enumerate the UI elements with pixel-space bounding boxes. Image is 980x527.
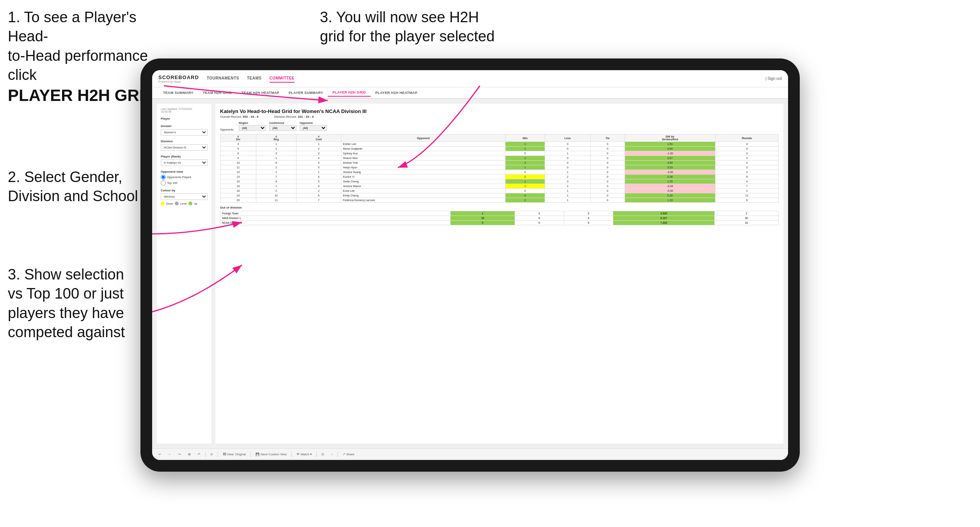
toolbar-layout[interactable]: ⊡ bbox=[319, 451, 327, 457]
cell-reg: 7 bbox=[256, 175, 296, 179]
player-rank-select[interactable]: 8. Katelyn Vo bbox=[161, 159, 208, 166]
nav-teams[interactable]: TEAMS bbox=[247, 74, 262, 83]
toolbar-view-original[interactable]: 🖼 View: Original bbox=[220, 451, 248, 457]
nav-committee[interactable]: COMMITTEE bbox=[270, 74, 295, 83]
cell-diff: 1.33 bbox=[625, 198, 715, 203]
sidebar-colour-by: Colour by Win/loss Down Level Up bbox=[161, 189, 208, 205]
subnav-player-summary[interactable]: PLAYER SUMMARY bbox=[284, 89, 328, 96]
toolbar-undo[interactable]: ↩ bbox=[156, 451, 163, 457]
cell-loss: 1 bbox=[545, 170, 590, 175]
cell-diff: 0.38 bbox=[625, 175, 715, 179]
legend-dot-level bbox=[175, 202, 179, 205]
cell-opponent: Sharon Mun bbox=[341, 156, 506, 161]
player-label: Player bbox=[161, 117, 208, 120]
toolbar-save-custom-view[interactable]: 💾 Save Custom View bbox=[253, 451, 289, 457]
cell-rounds: 9 bbox=[715, 175, 778, 179]
table-row: 11 2 5 Heejo Hyun 1 0 0 3.33 3 bbox=[220, 165, 779, 170]
toolbar-refresh[interactable]: ↶ bbox=[195, 451, 203, 457]
cell-diff: 1.50 bbox=[625, 142, 715, 147]
timestamp-line1: Last Updated: 27/03/2024 bbox=[161, 108, 208, 110]
division-record-prefix: Division Record: bbox=[274, 115, 297, 118]
filter-region-select[interactable]: (All) bbox=[239, 125, 266, 131]
radio-opponents-played-label: Opponents Played bbox=[167, 175, 191, 179]
cell-rounds: 3 bbox=[715, 147, 778, 151]
toolbar-timer[interactable]: ⊙ bbox=[208, 451, 215, 457]
filter-opponent-select[interactable]: (All) bbox=[300, 125, 327, 131]
subnav-team-summary[interactable]: TEAM SUMMARY bbox=[158, 89, 198, 96]
cell-tie: 0 bbox=[590, 142, 625, 147]
cell-opponent: Federica Domecq Lacroze bbox=[341, 198, 506, 203]
th-win: Win bbox=[506, 134, 545, 142]
toolbar-arrows[interactable]: ↕ bbox=[329, 451, 335, 457]
cell-win: 1 bbox=[506, 156, 545, 161]
cell-opponent: Jessica Mason bbox=[341, 184, 506, 189]
subnav-team-h2h-heatmap[interactable]: TEAM H2H HEATMAP bbox=[237, 89, 284, 96]
cell-loss: 0 bbox=[545, 156, 590, 161]
sidebar-opponent-view: Opponent view Opponents Played Top 100 bbox=[161, 170, 208, 186]
nav-sign-out[interactable]: | Sign out bbox=[765, 76, 782, 81]
subnav-player-h2h-heatmap[interactable]: PLAYER H2H HEATMAP bbox=[371, 89, 422, 96]
cell-conf: 3 bbox=[296, 184, 341, 189]
sidebar-player-rank-section: Player (Rank) 8. Katelyn Vo bbox=[161, 155, 208, 166]
step2-text: 2. Select Gender, Division and School bbox=[8, 169, 138, 204]
opponents-label: Opponents: bbox=[220, 128, 234, 131]
out-of-division-header: Out of division bbox=[220, 206, 779, 209]
toolbar-share[interactable]: ↗ Share bbox=[340, 451, 357, 457]
cell-reg: 6 bbox=[256, 161, 296, 165]
tablet-device: SCOREBOARD Powered by clippd TOURNAMENTS… bbox=[140, 58, 800, 472]
division-select[interactable]: NCAA Division III bbox=[161, 144, 208, 151]
cell-loss: 1 bbox=[545, 151, 590, 156]
cell-div: 14 bbox=[220, 175, 256, 179]
toolbar-watch[interactable]: 👁 Watch ▾ bbox=[294, 451, 314, 457]
page-title: Katelyn Vo Head-to-Head Grid for Women's… bbox=[220, 108, 779, 114]
radio-top100-input[interactable] bbox=[161, 180, 166, 186]
cell-loss: 0 bbox=[545, 165, 590, 170]
table-row: 19 10 6 Emily Chang 4 1 0 0.30 11 bbox=[220, 193, 779, 198]
toolbar-grid[interactable]: ⊞ bbox=[186, 451, 193, 457]
cell-reg: 1 bbox=[256, 142, 296, 147]
radio-top100[interactable]: Top 100 bbox=[161, 180, 208, 186]
cell-div: 9 bbox=[220, 156, 256, 161]
main-table-body: 3 1 1 Esther Lee 1 0 0 1.50 4 5 2 2 Alex… bbox=[220, 142, 779, 203]
filter-conference-select[interactable]: (All) bbox=[269, 125, 296, 131]
cell-opponent: Emily Chang bbox=[341, 193, 506, 198]
gender-select[interactable]: Women's bbox=[161, 129, 208, 136]
filter-region-label: Region bbox=[239, 122, 266, 124]
toolbar-redo[interactable]: ↪ bbox=[176, 451, 183, 457]
toolbar-back[interactable]: ← bbox=[166, 451, 174, 457]
player-rank-label: Player (Rank) bbox=[161, 155, 208, 158]
filter-opponent-label: Opponent bbox=[300, 122, 327, 124]
toolbar-divider1 bbox=[205, 452, 206, 457]
out-cell-tie: 0 bbox=[564, 221, 613, 225]
cell-conf: 3 bbox=[296, 151, 341, 156]
cell-conf: 2 bbox=[296, 147, 341, 151]
colour-by-select[interactable]: Win/loss bbox=[161, 193, 208, 200]
subnav-player-h2h-grid[interactable]: PLAYER H2H GRID bbox=[328, 89, 371, 97]
radio-top100-label: Top 100 bbox=[167, 181, 178, 185]
out-table-row: Foreign Team 1 0 0 4.500 2 bbox=[220, 211, 779, 216]
nav-tournaments[interactable]: TOURNAMENTS bbox=[207, 74, 239, 83]
radio-opponents-played[interactable]: Opponents Played bbox=[161, 175, 208, 180]
h2h-table: #Div #Reg #Conf Opponent Win Loss Tie Di… bbox=[220, 134, 779, 203]
subnav-team-h2h-grid[interactable]: TEAM H2H GRID bbox=[198, 89, 237, 96]
toolbar-divider4 bbox=[291, 452, 292, 457]
sidebar-player-section: Player bbox=[161, 117, 208, 120]
cell-rounds: 3 bbox=[715, 151, 778, 156]
th-rounds: Rounds bbox=[715, 134, 778, 142]
table-row: 3 1 1 Esther Lee 1 0 0 1.50 4 bbox=[220, 142, 779, 147]
cell-diff: -3.00 bbox=[625, 170, 715, 175]
cell-conf: 4 bbox=[296, 156, 341, 161]
cell-reg: 3 bbox=[256, 151, 296, 156]
cell-div: 10 bbox=[220, 161, 256, 165]
timestamp-line2: 16:55:38 bbox=[161, 110, 208, 113]
instruction-step2: 2. Select Gender, Division and School bbox=[8, 168, 160, 206]
cell-tie: 0 bbox=[590, 175, 625, 179]
table-row: 20 11 7 Federica Domecq Lacroze 2 1 0 1.… bbox=[220, 198, 779, 203]
instruction-step3-left: 3. Show selection vs Top 100 or just pla… bbox=[8, 265, 125, 342]
radio-opponents-played-input[interactable] bbox=[161, 175, 166, 180]
cell-rounds: 7 bbox=[715, 184, 778, 189]
out-of-division-table: Foreign Team 1 0 0 4.500 2 NAIA Division… bbox=[220, 211, 779, 225]
radio-group: Opponents Played Top 100 bbox=[161, 175, 208, 186]
sidebar-gender-section: Gender Women's bbox=[161, 124, 208, 136]
cell-reg: 2 bbox=[256, 189, 296, 193]
